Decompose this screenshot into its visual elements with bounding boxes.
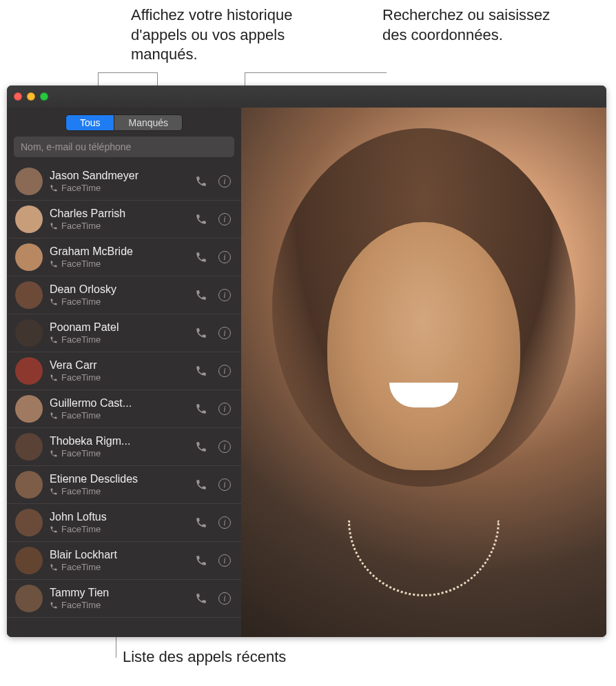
call-type-label: FaceTime	[50, 259, 186, 269]
call-type-label: FaceTime	[50, 448, 186, 458]
call-type-text: FaceTime	[61, 486, 101, 496]
contact-name: Thobeka Rigm...	[50, 435, 186, 447]
call-row[interactable]: Blair LockhartFaceTimei	[7, 542, 241, 580]
avatar	[15, 168, 43, 195]
call-button[interactable]	[193, 590, 209, 607]
call-row-text: Poonam PatelFaceTime	[50, 321, 186, 345]
callout-recent-list: Liste des appels récents	[123, 648, 286, 666]
call-row[interactable]: Etienne DesclidesFaceTimei	[7, 466, 241, 504]
call-row-text: Guillermo Cast...FaceTime	[50, 397, 186, 421]
call-type-label: FaceTime	[50, 486, 186, 496]
call-filter-tabs: Tous Manqués	[7, 108, 241, 137]
info-button[interactable]: i	[216, 401, 233, 417]
call-row-actions: i	[193, 401, 233, 417]
call-button[interactable]	[193, 173, 209, 190]
call-button[interactable]	[193, 287, 209, 303]
call-row-text: Etienne DesclidesFaceTime	[50, 473, 186, 496]
info-button[interactable]: i	[216, 514, 233, 531]
call-row[interactable]: Poonam PatelFaceTimei	[7, 314, 241, 352]
search-input[interactable]	[14, 137, 234, 157]
avatar	[15, 471, 43, 498]
info-icon: i	[218, 592, 231, 605]
avatar	[15, 281, 43, 309]
call-type-text: FaceTime	[61, 259, 101, 269]
call-button[interactable]	[193, 476, 209, 493]
contact-name: Dean Orlosky	[50, 283, 186, 296]
call-button[interactable]	[193, 325, 209, 341]
callout-line	[245, 72, 386, 73]
info-button[interactable]: i	[216, 552, 233, 569]
avatar	[15, 205, 43, 233]
call-button[interactable]	[193, 552, 209, 569]
tab-missed-calls[interactable]: Manqués	[114, 114, 183, 131]
phone-icon	[50, 525, 58, 534]
contact-name: John Loftus	[50, 511, 186, 523]
info-button[interactable]: i	[216, 211, 233, 228]
recent-calls-list[interactable]: Jason SandmeyerFaceTimeiCharles ParrishF…	[7, 163, 241, 637]
info-icon: i	[218, 403, 231, 415]
call-row[interactable]: Dean OrloskyFaceTimei	[7, 276, 241, 314]
video-preview	[241, 108, 606, 637]
info-button[interactable]: i	[216, 438, 233, 455]
avatar	[15, 357, 43, 385]
window-body: Tous Manqués Jason SandmeyerFaceTimeiCha…	[7, 108, 606, 637]
close-window-button[interactable]	[14, 92, 22, 101]
phone-icon	[50, 450, 58, 458]
call-row[interactable]: Vera CarrFaceTimei	[7, 352, 241, 390]
info-button[interactable]: i	[216, 325, 233, 341]
contact-name: Vera Carr	[50, 359, 186, 372]
call-button[interactable]	[193, 514, 209, 531]
call-row[interactable]: Guillermo Cast...FaceTimei	[7, 390, 241, 428]
phone-icon	[50, 412, 58, 420]
call-button[interactable]	[193, 211, 209, 228]
call-type-text: FaceTime	[61, 334, 101, 345]
call-type-text: FaceTime	[61, 410, 101, 421]
info-button[interactable]: i	[216, 590, 233, 607]
contact-name: Blair Lockhart	[50, 549, 186, 561]
call-row[interactable]: Tammy TienFaceTimei	[7, 580, 241, 618]
call-row-text: Blair LockhartFaceTime	[50, 549, 186, 572]
call-row-text: Dean OrloskyFaceTime	[50, 283, 186, 307]
info-button[interactable]: i	[216, 363, 233, 379]
call-row-actions: i	[193, 476, 233, 493]
call-row-actions: i	[193, 325, 233, 341]
call-button[interactable]	[193, 438, 209, 455]
info-button[interactable]: i	[216, 249, 233, 265]
call-type-label: FaceTime	[50, 600, 186, 610]
search-wrap	[7, 137, 241, 163]
phone-icon	[50, 336, 58, 344]
fullscreen-window-button[interactable]	[40, 92, 48, 101]
call-button[interactable]	[193, 363, 209, 379]
info-icon: i	[218, 213, 231, 225]
call-row[interactable]: Charles ParrishFaceTimei	[7, 201, 241, 239]
phone-icon	[50, 184, 58, 192]
phone-icon	[50, 487, 58, 496]
phone-icon	[50, 374, 58, 382]
video-preview-content	[327, 222, 520, 470]
info-button[interactable]: i	[216, 287, 233, 303]
call-type-label: FaceTime	[50, 372, 186, 383]
info-button[interactable]: i	[216, 173, 233, 190]
call-button[interactable]	[193, 401, 209, 417]
call-type-text: FaceTime	[61, 562, 101, 572]
phone-icon	[50, 563, 58, 572]
call-type-text: FaceTime	[61, 448, 101, 458]
avatar	[15, 243, 43, 271]
call-row[interactable]: John LoftusFaceTimei	[7, 504, 241, 542]
info-button[interactable]: i	[216, 476, 233, 493]
contact-name: Etienne Desclides	[50, 473, 186, 485]
info-icon: i	[218, 365, 231, 377]
calls-sidebar: Tous Manqués Jason SandmeyerFaceTimeiCha…	[7, 108, 241, 637]
contact-name: Graham McBride	[50, 245, 186, 258]
call-button[interactable]	[193, 249, 209, 265]
call-type-text: FaceTime	[61, 183, 101, 193]
tab-all-calls[interactable]: Tous	[65, 114, 115, 131]
call-row-actions: i	[193, 287, 233, 303]
call-row[interactable]: Graham McBrideFaceTimei	[7, 239, 241, 276]
avatar	[15, 319, 43, 347]
callout-line	[98, 72, 157, 73]
call-row[interactable]: Thobeka Rigm...FaceTimei	[7, 428, 241, 466]
call-row-text: Vera CarrFaceTime	[50, 359, 186, 383]
minimize-window-button[interactable]	[27, 92, 35, 101]
call-row[interactable]: Jason SandmeyerFaceTimei	[7, 163, 241, 201]
